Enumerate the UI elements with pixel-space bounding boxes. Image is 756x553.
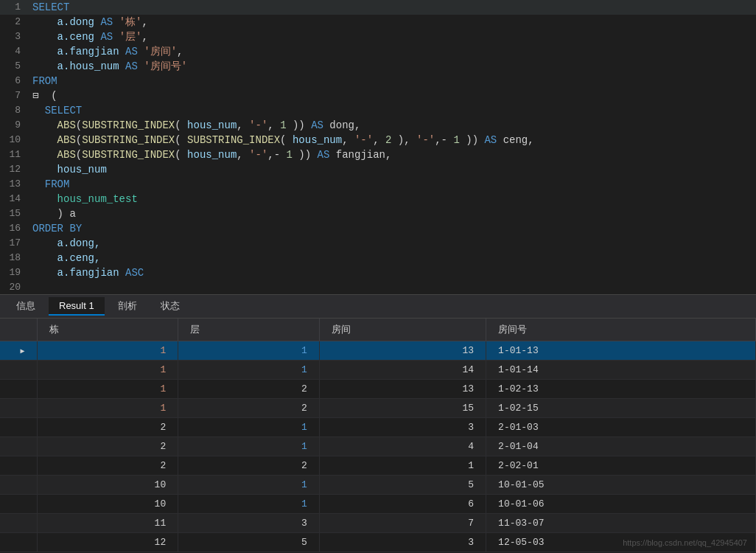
code-line: 7⊟ ( bbox=[0, 88, 756, 103]
code-line: 17 a.dong, bbox=[0, 236, 756, 251]
line-number: 19 bbox=[0, 265, 29, 280]
code-line: 9 ABS(SUBSTRING_INDEX( hous_num, '-', 1 … bbox=[0, 118, 756, 133]
tab-信息[interactable]: 信息 bbox=[6, 296, 46, 317]
cell-hous-num: 2-01-03 bbox=[486, 418, 756, 437]
cell-ceng: 3 bbox=[178, 514, 320, 533]
cell-hous-num: 2-01-04 bbox=[486, 437, 756, 456]
line-number: 17 bbox=[0, 236, 29, 251]
cell-ceng: 1 bbox=[178, 437, 320, 456]
code-line: 13 FROM bbox=[0, 177, 756, 192]
table-row[interactable]: 101610-01-06 bbox=[0, 495, 756, 514]
cell-fangjian: 15 bbox=[319, 399, 486, 418]
cell-hous-num: 1-02-13 bbox=[486, 380, 756, 399]
line-content: a.ceng, bbox=[29, 251, 756, 265]
line-content: ORDER BY bbox=[29, 221, 756, 236]
tab-状态[interactable]: 状态 bbox=[150, 296, 190, 317]
cell-ceng: 1 bbox=[178, 341, 320, 361]
cell-fangjian: 6 bbox=[319, 495, 486, 514]
row-marker bbox=[0, 437, 37, 456]
table-row[interactable]: 11141-01-14 bbox=[0, 361, 756, 380]
line-number: 5 bbox=[0, 59, 29, 74]
cell-dong: 2 bbox=[37, 437, 178, 456]
line-number: 2 bbox=[0, 15, 29, 29]
code-line: 14 hous_num_test bbox=[0, 192, 756, 206]
cell-fangjian: 3 bbox=[319, 533, 486, 552]
cell-hous-num: 11-03-07 bbox=[486, 514, 756, 533]
code-line: 11 ABS(SUBSTRING_INDEX( hous_num, '-',- … bbox=[0, 147, 756, 162]
cell-fangjian: 13 bbox=[319, 380, 486, 399]
line-content: ABS(SUBSTRING_INDEX( SUBSTRING_INDEX( ho… bbox=[29, 133, 756, 147]
line-content: hous_num bbox=[29, 162, 756, 177]
line-number: 18 bbox=[0, 251, 29, 265]
line-content: FROM bbox=[29, 177, 756, 192]
row-marker bbox=[0, 533, 37, 552]
line-number: 11 bbox=[0, 147, 29, 162]
col-header-层: 层 bbox=[178, 319, 320, 341]
line-number: 10 bbox=[0, 133, 29, 147]
code-line: 1SELECT bbox=[0, 0, 756, 15]
line-number: 8 bbox=[0, 103, 29, 118]
table-row[interactable]: ▶11131-01-13 bbox=[0, 341, 756, 361]
code-line: 10 ABS(SUBSTRING_INDEX( SUBSTRING_INDEX(… bbox=[0, 133, 756, 147]
cell-dong: 1 bbox=[37, 341, 178, 361]
line-number: 3 bbox=[0, 29, 29, 44]
line-content: a.dong, bbox=[29, 236, 756, 251]
cell-fangjian: 3 bbox=[319, 418, 486, 437]
line-content: ABS(SUBSTRING_INDEX( hous_num, '-', 1 ))… bbox=[29, 118, 756, 133]
cell-dong: 2 bbox=[37, 456, 178, 476]
bottom-panel: 信息Result 1剖析状态 栋层房间房间号 ▶11131-01-1311141… bbox=[0, 295, 756, 553]
cell-dong: 10 bbox=[37, 495, 178, 514]
cell-hous-num: 1-02-15 bbox=[486, 399, 756, 418]
table-row[interactable]: 2142-01-04 bbox=[0, 437, 756, 456]
tabs-bar: 信息Result 1剖析状态 bbox=[0, 295, 756, 319]
code-line: 6FROM bbox=[0, 74, 756, 88]
code-line: 18 a.ceng, bbox=[0, 251, 756, 265]
cell-ceng: 1 bbox=[178, 418, 320, 437]
row-marker bbox=[0, 380, 37, 399]
tab-剖析[interactable]: 剖析 bbox=[108, 296, 147, 317]
line-content: a.hous_num AS '房间号' bbox=[29, 59, 756, 74]
line-number: 13 bbox=[0, 177, 29, 192]
table-row[interactable]: 2212-02-01 bbox=[0, 456, 756, 476]
cell-ceng: 1 bbox=[178, 476, 320, 495]
line-content: FROM bbox=[29, 74, 756, 88]
result-area[interactable]: 栋层房间房间号 ▶11131-01-1311141-01-1412131-02-… bbox=[0, 319, 756, 553]
line-content: SELECT bbox=[29, 103, 756, 118]
row-marker bbox=[0, 399, 37, 418]
row-marker bbox=[0, 495, 37, 514]
line-number: 1 bbox=[0, 0, 29, 15]
code-line: 20 bbox=[0, 280, 756, 295]
line-content: hous_num_test bbox=[29, 192, 756, 206]
cell-fangjian: 4 bbox=[319, 437, 486, 456]
cell-fangjian: 1 bbox=[319, 456, 486, 476]
cell-dong: 11 bbox=[37, 514, 178, 533]
cell-dong: 2 bbox=[37, 418, 178, 437]
line-content: ⊟ ( bbox=[29, 88, 756, 103]
code-line: 5 a.hous_num AS '房间号' bbox=[0, 59, 756, 74]
row-marker: ▶ bbox=[0, 341, 37, 361]
cell-ceng: 2 bbox=[178, 380, 320, 399]
col-header-房间号: 房间号 bbox=[486, 319, 756, 341]
cell-hous-num: 2-02-01 bbox=[486, 456, 756, 476]
row-marker bbox=[0, 476, 37, 495]
code-line: 2 a.dong AS '栋', bbox=[0, 15, 756, 29]
table-row[interactable]: 12131-02-13 bbox=[0, 380, 756, 399]
table-row[interactable]: 113711-03-07 bbox=[0, 514, 756, 533]
editor-area[interactable]: 1SELECT2 a.dong AS '栋',3 a.ceng AS '层',4… bbox=[0, 0, 756, 295]
line-content: a.dong AS '栋', bbox=[29, 15, 756, 29]
code-line: 3 a.ceng AS '层', bbox=[0, 29, 756, 44]
code-line: 19 a.fangjian ASC bbox=[0, 265, 756, 280]
table-row[interactable]: 101510-01-05 bbox=[0, 476, 756, 495]
row-marker bbox=[0, 514, 37, 533]
line-number: 4 bbox=[0, 44, 29, 59]
line-number: 6 bbox=[0, 74, 29, 88]
cell-dong: 12 bbox=[37, 533, 178, 552]
table-row[interactable]: 2132-01-03 bbox=[0, 418, 756, 437]
cell-dong: 1 bbox=[37, 399, 178, 418]
table-row[interactable]: 12151-02-15 bbox=[0, 399, 756, 418]
line-number: 15 bbox=[0, 206, 29, 221]
tab-result-1[interactable]: Result 1 bbox=[49, 297, 105, 316]
line-number: 16 bbox=[0, 221, 29, 236]
result-table: 栋层房间房间号 ▶11131-01-1311141-01-1412131-02-… bbox=[0, 319, 756, 552]
cell-hous-num: 1-01-13 bbox=[486, 341, 756, 361]
